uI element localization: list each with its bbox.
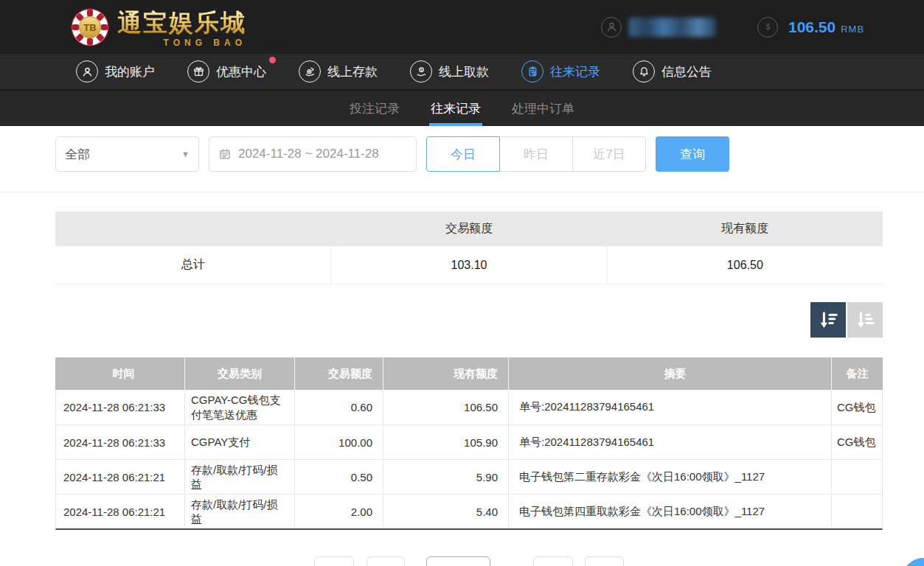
nav-item-my-account[interactable]: 我的账户 [76,60,155,83]
col-header-time: 时间 [55,357,184,390]
nav-item-withdraw[interactable]: $ 线上取款 [410,60,489,83]
type-select-value: 全部 [65,146,90,163]
col-header-transaction-amount: 交易额度 [294,357,383,390]
site-title: 通宝娱乐城 [117,7,246,40]
cell-type: 存款/取款/打码/损益 [184,495,294,528]
tab-transaction-records[interactable]: 往来记录 [431,91,481,126]
summary-table: 交易额度 现有额度 总计 103.10 106.50 [55,212,883,284]
cell-current-amount: 106.50 [383,390,508,424]
pagination-button-next[interactable] [533,556,573,566]
summary-header-row: 交易额度 现有额度 [55,212,883,246]
pagination-button-last[interactable] [585,556,624,566]
col-header-remark: 备注 [831,357,883,390]
summary-transaction-total: 103.10 [330,246,606,284]
gift-icon [187,60,209,83]
withdraw-icon: $ [410,60,432,83]
sort-ascending-button[interactable] [847,302,883,338]
pagination-button-first[interactable] [314,556,354,566]
summary-header-empty [55,212,331,246]
table-row: 2024-11-28 06:21:21 存款/取款/打码/损益 2.00 5.4… [56,494,882,528]
balance-display[interactable]: 106.50 RMB [788,18,864,36]
nav-item-transaction-records[interactable]: 往来记录 [521,60,600,83]
quick-range-group: 今日 昨日 近7日 [426,136,646,172]
notification-dot [269,57,276,63]
wallet-icon[interactable]: $ [757,17,778,38]
top-header: TB 通宝娱乐城 TONG BAO $ 106.5 [0,0,924,54]
site-logo[interactable]: TB 通宝娱乐城 TONG BAO [70,7,246,48]
summary-total-row: 总计 103.10 106.50 [55,246,883,284]
nav-label: 线上取款 [439,63,489,80]
type-select[interactable]: 全部 ▼ [55,136,199,172]
table-row: 2024-11-28 06:21:33 CGPAY-CG钱包支付笔笔送优惠 0.… [56,390,882,424]
summary-header-current-amount: 现有额度 [607,212,883,246]
cell-remark: CG钱包 [831,390,882,424]
tab-betting-records[interactable]: 投注记录 [350,91,400,126]
sort-controls [55,302,883,338]
pagination-button-prev[interactable] [367,556,405,566]
cell-time: 2024-11-28 06:21:21 [56,460,184,494]
cell-remark [831,495,882,528]
cell-time: 2024-11-28 06:21:21 [56,495,184,528]
cell-summary: 单号:202411283794165461 [508,425,831,459]
date-range-input[interactable]: 2024-11-28 ~ 2024-11-28 [209,136,417,172]
filter-bar: 全部 ▼ 2024-11-28 ~ 2024-11-28 今日 昨日 近7日 查… [55,136,924,172]
date-range-value: 2024-11-28 ~ 2024-11-28 [238,147,379,161]
tab-label: 投注记录 [350,100,400,117]
table-row: 2024-11-28 06:21:33 CGPAY支付 100.00 105.9… [56,424,882,459]
cell-remark [831,460,882,494]
cell-current-amount: 5.90 [383,460,508,494]
cell-time: 2024-11-28 06:21:33 [56,390,184,424]
col-header-current-amount: 现有额度 [383,357,508,390]
cell-summary: 单号:202411283794165461 [508,390,831,424]
calendar-icon [218,147,232,161]
cell-current-amount: 105.90 [383,425,508,459]
tab-pending-orders[interactable]: 处理中订单 [512,91,574,126]
cell-type: CGPAY-CG钱包支付笔笔送优惠 [184,390,294,424]
page: TB 通宝娱乐城 TONG BAO $ 106.5 [0,0,924,566]
records-icon [521,60,543,83]
cell-transaction-amount: 2.00 [294,495,383,528]
main-nav: 我的账户 优惠中心 [0,54,924,91]
cell-current-amount: 5.40 [383,495,508,528]
floating-action-button[interactable] [901,558,924,566]
summary-total-label: 总计 [55,246,330,284]
transactions-table: 时间 交易类别 交易额度 现有额度 摘要 备注 2024-11-28 06:21… [55,357,883,530]
sort-descending-button[interactable] [810,302,846,338]
balance-currency: RMB [841,24,864,35]
col-header-type: 交易类别 [184,357,294,390]
pagination-page-indicator[interactable] [426,556,490,566]
cell-transaction-amount: 0.60 [294,390,383,424]
table-row: 2024-11-28 06:21:21 存款/取款/打码/损益 0.50 5.9… [56,459,882,494]
nav-item-announcements[interactable]: 信息公告 [633,60,712,83]
search-button[interactable]: 查询 [656,136,729,172]
user-avatar-icon[interactable] [601,17,622,38]
cell-summary: 电子钱包第四重取款彩金《次日16:00领取》_1127 [508,495,831,528]
user-area: $ 106.50 RMB [601,0,864,54]
cell-summary: 电子钱包第二重存款彩金《次日16:00领取》_1127 [508,460,831,494]
section-divider [0,192,924,192]
range-yesterday-button[interactable]: 昨日 [499,136,573,172]
nav-item-promotions[interactable]: 优惠中心 [187,60,266,83]
casino-chip-icon: TB [70,7,110,47]
nav-item-deposit[interactable]: 线上存款 [299,60,378,83]
balance-amount: 106.50 [788,18,836,36]
user-icon [76,60,98,83]
record-tabs: 投注记录 往来记录 处理中订单 [0,91,924,126]
username-blurred [629,18,716,37]
nav-label: 信息公告 [661,63,712,80]
bell-icon [633,60,655,83]
col-header-summary: 摘要 [508,357,831,390]
nav-label: 线上存款 [327,63,378,80]
nav-label: 往来记录 [550,63,600,80]
range-today-button[interactable]: 今日 [426,136,500,172]
cell-remark: CG钱包 [831,425,882,459]
tab-label: 处理中订单 [512,100,574,117]
cell-time: 2024-11-28 06:21:33 [56,425,184,459]
deposit-icon [299,60,321,83]
summary-current-total: 106.50 [607,246,883,284]
chip-text: TB [83,22,96,33]
range-last7days-button[interactable]: 近7日 [572,136,646,172]
cell-type: CGPAY支付 [184,425,294,459]
svg-text:$: $ [765,22,770,31]
logo-text: 通宝娱乐城 TONG BAO [117,7,246,48]
